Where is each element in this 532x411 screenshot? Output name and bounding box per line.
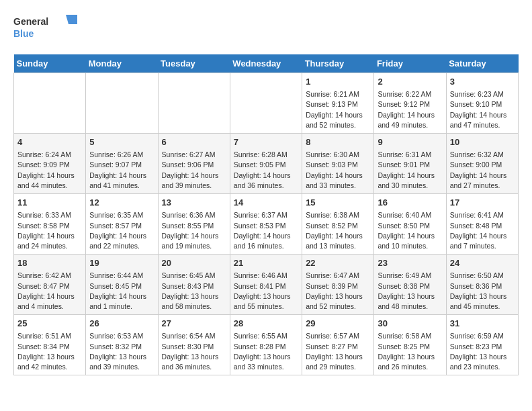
calendar-cell: 26Sunrise: 6:53 AM Sunset: 8:32 PM Dayli… <box>86 315 158 375</box>
calendar-cell: 13Sunrise: 6:36 AM Sunset: 8:55 PM Dayli… <box>158 194 230 255</box>
calendar-cell: 20Sunrise: 6:45 AM Sunset: 8:43 PM Dayli… <box>158 255 230 315</box>
day-number: 22 <box>306 257 370 269</box>
logo-svg: General Blue <box>13 13 81 44</box>
day-number: 16 <box>378 197 442 209</box>
weekday-header-thursday: Thursday <box>302 54 374 73</box>
calendar-cell: 1Sunrise: 6:21 AM Sunset: 9:13 PM Daylig… <box>302 73 374 134</box>
calendar-cell: 25Sunrise: 6:51 AM Sunset: 8:34 PM Dayli… <box>14 315 86 375</box>
weekday-header-tuesday: Tuesday <box>158 54 230 73</box>
calendar-cell <box>230 73 302 134</box>
day-number: 14 <box>234 197 298 209</box>
calendar-cell: 21Sunrise: 6:46 AM Sunset: 8:41 PM Dayli… <box>230 255 302 315</box>
calendar-cell: 22Sunrise: 6:47 AM Sunset: 8:39 PM Dayli… <box>302 255 374 315</box>
day-number: 5 <box>89 136 154 148</box>
day-info: Sunrise: 6:26 AM Sunset: 9:07 PM Dayligh… <box>89 150 154 191</box>
day-info: Sunrise: 6:46 AM Sunset: 8:41 PM Dayligh… <box>234 271 298 312</box>
day-info: Sunrise: 6:35 AM Sunset: 8:57 PM Dayligh… <box>89 210 154 251</box>
day-number: 23 <box>378 257 442 269</box>
day-info: Sunrise: 6:41 AM Sunset: 8:48 PM Dayligh… <box>450 210 515 251</box>
day-number: 3 <box>450 76 515 88</box>
calendar-week-1: 1Sunrise: 6:21 AM Sunset: 9:13 PM Daylig… <box>14 73 519 134</box>
day-info: Sunrise: 6:22 AM Sunset: 9:12 PM Dayligh… <box>378 89 442 130</box>
day-info: Sunrise: 6:47 AM Sunset: 8:39 PM Dayligh… <box>306 271 370 312</box>
day-number: 2 <box>378 76 442 88</box>
day-number: 10 <box>450 136 515 148</box>
day-info: Sunrise: 6:33 AM Sunset: 8:58 PM Dayligh… <box>17 210 82 251</box>
calendar-cell <box>14 73 86 134</box>
day-info: Sunrise: 6:57 AM Sunset: 8:27 PM Dayligh… <box>306 331 370 372</box>
day-number: 29 <box>306 318 370 330</box>
day-info: Sunrise: 6:32 AM Sunset: 9:00 PM Dayligh… <box>450 150 515 191</box>
day-number: 21 <box>234 257 298 269</box>
calendar-cell: 23Sunrise: 6:49 AM Sunset: 8:38 PM Dayli… <box>374 255 446 315</box>
day-info: Sunrise: 6:30 AM Sunset: 9:03 PM Dayligh… <box>306 150 370 191</box>
day-info: Sunrise: 6:23 AM Sunset: 9:10 PM Dayligh… <box>450 89 515 130</box>
day-info: Sunrise: 6:42 AM Sunset: 8:47 PM Dayligh… <box>17 271 82 312</box>
day-info: Sunrise: 6:59 AM Sunset: 8:23 PM Dayligh… <box>450 331 515 372</box>
day-info: Sunrise: 6:49 AM Sunset: 8:38 PM Dayligh… <box>378 271 442 312</box>
calendar-cell: 27Sunrise: 6:54 AM Sunset: 8:30 PM Dayli… <box>158 315 230 375</box>
calendar-cell: 11Sunrise: 6:33 AM Sunset: 8:58 PM Dayli… <box>14 194 86 255</box>
calendar-cell: 10Sunrise: 6:32 AM Sunset: 9:00 PM Dayli… <box>446 134 518 194</box>
day-info: Sunrise: 6:40 AM Sunset: 8:50 PM Dayligh… <box>378 210 442 251</box>
page-header: General Blue <box>13 13 519 44</box>
calendar-week-2: 4Sunrise: 6:24 AM Sunset: 9:09 PM Daylig… <box>14 134 519 194</box>
day-number: 8 <box>306 136 370 148</box>
day-number: 30 <box>378 318 442 330</box>
calendar-cell: 31Sunrise: 6:59 AM Sunset: 8:23 PM Dayli… <box>446 315 518 375</box>
calendar-cell: 8Sunrise: 6:30 AM Sunset: 9:03 PM Daylig… <box>302 134 374 194</box>
calendar-cell: 12Sunrise: 6:35 AM Sunset: 8:57 PM Dayli… <box>86 194 158 255</box>
calendar-cell: 5Sunrise: 6:26 AM Sunset: 9:07 PM Daylig… <box>86 134 158 194</box>
day-number: 11 <box>17 197 82 209</box>
day-info: Sunrise: 6:45 AM Sunset: 8:43 PM Dayligh… <box>162 271 226 312</box>
day-info: Sunrise: 6:21 AM Sunset: 9:13 PM Dayligh… <box>306 89 370 130</box>
calendar-week-4: 18Sunrise: 6:42 AM Sunset: 8:47 PM Dayli… <box>14 255 519 315</box>
day-number: 17 <box>450 197 515 209</box>
day-number: 9 <box>378 136 442 148</box>
day-number: 28 <box>234 318 298 330</box>
day-info: Sunrise: 6:58 AM Sunset: 8:25 PM Dayligh… <box>378 331 442 372</box>
day-number: 4 <box>17 136 82 148</box>
day-number: 18 <box>17 257 82 269</box>
calendar-cell: 4Sunrise: 6:24 AM Sunset: 9:09 PM Daylig… <box>14 134 86 194</box>
day-number: 12 <box>89 197 154 209</box>
day-info: Sunrise: 6:27 AM Sunset: 9:06 PM Dayligh… <box>162 150 226 191</box>
day-info: Sunrise: 6:53 AM Sunset: 8:32 PM Dayligh… <box>89 331 154 372</box>
weekday-header-monday: Monday <box>86 54 158 73</box>
day-number: 15 <box>306 197 370 209</box>
day-info: Sunrise: 6:51 AM Sunset: 8:34 PM Dayligh… <box>17 331 82 372</box>
day-number: 13 <box>162 197 226 209</box>
calendar-cell: 6Sunrise: 6:27 AM Sunset: 9:06 PM Daylig… <box>158 134 230 194</box>
day-info: Sunrise: 6:24 AM Sunset: 9:09 PM Dayligh… <box>17 150 82 191</box>
calendar-cell: 16Sunrise: 6:40 AM Sunset: 8:50 PM Dayli… <box>374 194 446 255</box>
day-info: Sunrise: 6:36 AM Sunset: 8:55 PM Dayligh… <box>162 210 226 251</box>
day-number: 24 <box>450 257 515 269</box>
svg-text:Blue: Blue <box>13 28 34 39</box>
calendar-cell: 9Sunrise: 6:31 AM Sunset: 9:01 PM Daylig… <box>374 134 446 194</box>
calendar-cell: 29Sunrise: 6:57 AM Sunset: 8:27 PM Dayli… <box>302 315 374 375</box>
svg-marker-1 <box>66 15 77 24</box>
weekday-header-row: SundayMondayTuesdayWednesdayThursdayFrid… <box>14 54 519 73</box>
day-info: Sunrise: 6:38 AM Sunset: 8:52 PM Dayligh… <box>306 210 370 251</box>
weekday-header-sunday: Sunday <box>14 54 86 73</box>
day-number: 1 <box>306 76 370 88</box>
weekday-header-saturday: Saturday <box>446 54 518 73</box>
svg-text:General: General <box>13 16 48 27</box>
day-number: 27 <box>162 318 226 330</box>
calendar-cell: 15Sunrise: 6:38 AM Sunset: 8:52 PM Dayli… <box>302 194 374 255</box>
day-info: Sunrise: 6:28 AM Sunset: 9:05 PM Dayligh… <box>234 150 298 191</box>
calendar-cell: 14Sunrise: 6:37 AM Sunset: 8:53 PM Dayli… <box>230 194 302 255</box>
calendar-cell: 3Sunrise: 6:23 AM Sunset: 9:10 PM Daylig… <box>446 73 518 134</box>
day-number: 20 <box>162 257 226 269</box>
weekday-header-friday: Friday <box>374 54 446 73</box>
calendar-cell: 24Sunrise: 6:50 AM Sunset: 8:36 PM Dayli… <box>446 255 518 315</box>
day-info: Sunrise: 6:54 AM Sunset: 8:30 PM Dayligh… <box>162 331 226 372</box>
day-number: 31 <box>450 318 515 330</box>
day-info: Sunrise: 6:44 AM Sunset: 8:45 PM Dayligh… <box>89 271 154 312</box>
calendar-cell: 7Sunrise: 6:28 AM Sunset: 9:05 PM Daylig… <box>230 134 302 194</box>
calendar-cell: 28Sunrise: 6:55 AM Sunset: 8:28 PM Dayli… <box>230 315 302 375</box>
day-number: 25 <box>17 318 82 330</box>
day-info: Sunrise: 6:50 AM Sunset: 8:36 PM Dayligh… <box>450 271 515 312</box>
calendar-cell: 19Sunrise: 6:44 AM Sunset: 8:45 PM Dayli… <box>86 255 158 315</box>
weekday-header-wednesday: Wednesday <box>230 54 302 73</box>
